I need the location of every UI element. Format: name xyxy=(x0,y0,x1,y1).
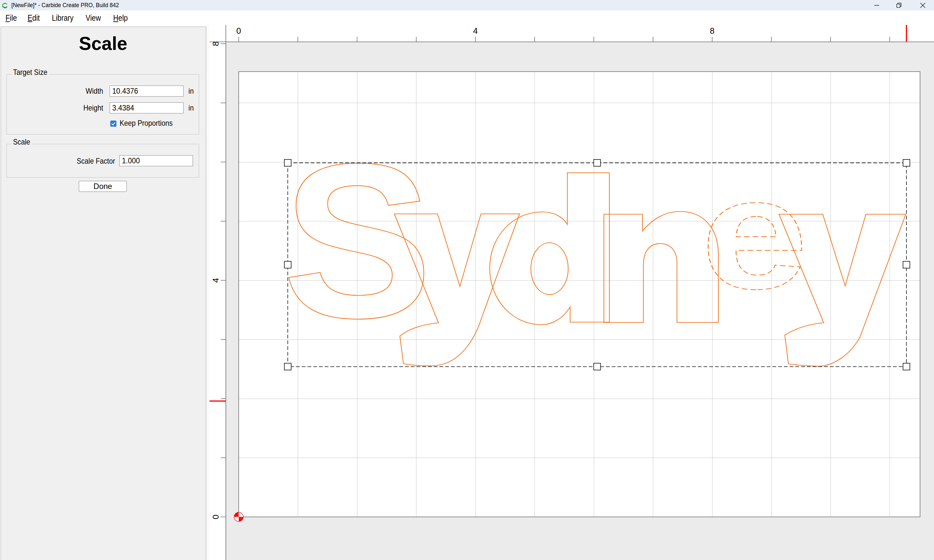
svg-text:e: e xyxy=(700,145,808,322)
svg-text:0: 0 xyxy=(211,515,220,519)
svg-text:4: 4 xyxy=(211,278,220,283)
svg-text:8: 8 xyxy=(710,26,714,35)
svg-text:4: 4 xyxy=(473,26,478,35)
svg-text:0: 0 xyxy=(236,26,241,35)
svg-text:S: S xyxy=(282,118,433,364)
svg-text:8: 8 xyxy=(211,42,220,46)
